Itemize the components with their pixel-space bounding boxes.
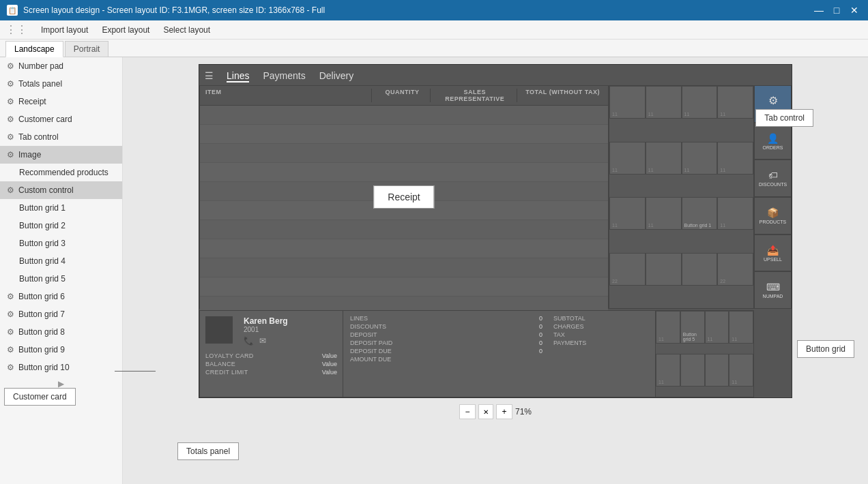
sidebar-item-button-grid-4[interactable]: Button grid 4 (0, 252, 122, 270)
maximize-button[interactable]: □ (830, 5, 843, 16)
close-button[interactable]: ✕ (848, 5, 861, 16)
sidebar-item-totals-panel[interactable]: ⚙ Totals panel (0, 75, 122, 93)
gear-icon: ⚙ (7, 185, 14, 195)
receipt-row (200, 258, 608, 277)
orders-button[interactable]: 👤 ORDERS (754, 123, 792, 160)
lines-label: LINES (350, 315, 528, 322)
sidebar-item-tab-control[interactable]: ⚙ Tab control (0, 128, 122, 146)
col-total: TOTAL (WITHOUT TAX) (517, 89, 603, 102)
export-layout-menu[interactable]: Export layout (102, 25, 149, 35)
callout-line-customer (123, 371, 156, 372)
customer-id: 2001 (244, 326, 288, 333)
gear-icon: ⚙ (7, 345, 14, 354)
grid-cell: 11 (682, 142, 718, 175)
window-title: Screen layout design - Screen layout ID:… (23, 5, 325, 15)
grid-cell: 11 (656, 311, 680, 344)
screen-canvas: ☰ Lines Payments Delivery ITEM QUANTITY … (199, 64, 792, 398)
deposit-label: DEPOSIT (350, 331, 528, 338)
grid-cell (646, 253, 682, 286)
zoom-in-button[interactable]: + (496, 404, 512, 419)
sidebar-item-custom-control[interactable]: ⚙ Custom control (0, 181, 122, 199)
left-panel: ⚙ Number pad ⚙ Totals panel ⚙ Receipt ⚙ … (0, 57, 123, 484)
sidebar-item-receipt[interactable]: ⚙ Receipt (0, 93, 122, 110)
email-icon: ✉ (259, 336, 266, 346)
receipt-area: ITEM QUANTITY SALES REPRESENTATIVE TOTAL… (199, 85, 609, 309)
zoom-out-button[interactable]: − (459, 404, 476, 419)
sidebar-item-button-grid-6[interactable]: ⚙ Button grid 6 (0, 288, 122, 305)
sidebar-item-button-grid-7[interactable]: ⚙ Button grid 7 (0, 305, 122, 323)
sidebar-item-button-grid-1[interactable]: Button grid 1 (0, 199, 122, 217)
receipt-header: ITEM QUANTITY SALES REPRESENTATIVE TOTAL… (200, 86, 608, 106)
receipt-row (200, 277, 608, 297)
sidebar-item-button-grid-8[interactable]: ⚙ Button grid 8 (0, 323, 122, 341)
customer-avatar (205, 316, 233, 344)
gear-icon: ⚙ (7, 61, 14, 71)
grid-cell: 11 (656, 354, 680, 387)
zoom-reset-button[interactable]: ✕ (478, 404, 493, 419)
discounts-value: 0 (539, 323, 542, 330)
deposit-due-label: DEPOSIT DUE (350, 348, 528, 354)
gear-icon: ⚙ (7, 79, 14, 89)
amount-due-label: AMOUNT DUE (350, 356, 528, 363)
gear-icon: ⚙ (7, 363, 14, 372)
sidebar-item-button-grid-9[interactable]: ⚙ Button grid 9 (0, 341, 122, 359)
grid-cell: 11 (609, 142, 646, 175)
grid-cell-button-grid-5: Button grid 5 (680, 311, 705, 344)
grid-cell: 11 (717, 142, 753, 175)
customer-card-section: Karen Berg 2001 📞 ✉ LOYALTY CARD Value (200, 311, 343, 397)
gear-icon: ⚙ (7, 115, 14, 124)
window-controls[interactable]: — □ ✕ (812, 5, 861, 16)
sidebar-item-image[interactable]: ⚙ Image (0, 146, 122, 164)
title-bar: 📋 Screen layout design - Screen layout I… (0, 0, 868, 20)
deposit-paid-label: DEPOSIT PAID (350, 339, 528, 346)
app-icon: 📋 (7, 5, 18, 16)
canvas-tab-delivery[interactable]: Delivery (319, 70, 354, 82)
portrait-tab[interactable]: Portrait (65, 41, 109, 57)
customer-name: Karen Berg (244, 316, 288, 326)
grid-cell: 11 (682, 86, 718, 119)
gear-icon: ⚙ (7, 327, 14, 337)
deposit-value: 0 (539, 331, 542, 338)
zoom-bar: − ✕ + 71% (459, 402, 532, 421)
sidebar-item-button-grid-2[interactable]: Button grid 2 (0, 217, 122, 235)
loyalty-card-row: LOYALTY CARD Value (205, 352, 337, 359)
bottom-button-grid: 11 Button grid 5 11 11 11 11 (655, 310, 754, 397)
phone-icon: 📞 (244, 336, 254, 346)
receipt-row (200, 163, 608, 182)
numpad-button[interactable]: ⌨ NUMPAD (754, 271, 792, 309)
col-item: ITEM (205, 89, 371, 102)
customer-contact-icons: 📞 ✉ (244, 336, 288, 346)
grid-cell: 11 (646, 142, 682, 175)
sidebar-item-customer-card[interactable]: ⚙ Customer card (0, 110, 122, 128)
discounts-label: DISCOUNTS (350, 323, 528, 330)
canvas-tab-payments[interactable]: Payments (263, 70, 305, 82)
canvas-tab-lines[interactable]: Lines (227, 70, 249, 82)
menu-bar: ⋮⋮ Import layout Export layout Select la… (0, 20, 868, 40)
sidebar-item-number-pad[interactable]: ⚙ Number pad (0, 57, 122, 75)
sidebar-item-button-grid-10[interactable]: ⚙ Button grid 10 (0, 359, 122, 376)
gear-icon: ⚙ (7, 97, 14, 106)
main-content: ⚙ Number pad ⚙ Totals panel ⚙ Receipt ⚙ … (0, 57, 868, 484)
orientation-tab-bar: Landscape Portrait (0, 40, 868, 57)
sidebar-item-button-grid-5[interactable]: Button grid 5 (0, 270, 122, 288)
receipt-rows (200, 106, 608, 335)
credit-limit-row: CREDIT LIMIT Value (205, 369, 337, 376)
minimize-button[interactable]: — (812, 5, 826, 16)
discounts-button[interactable]: 🏷 DISCOUNTS (754, 160, 792, 197)
grid-cell: 22 (609, 253, 646, 286)
menu-drag-handle: ⋮⋮ (5, 23, 27, 36)
upsell-button[interactable]: 📤 UPSELL (754, 235, 792, 272)
sidebar-item-button-grid-3[interactable]: Button grid 3 (0, 235, 122, 252)
grid-cell: 11 (609, 197, 646, 230)
grid-cell (705, 354, 729, 387)
receipt-row (200, 125, 608, 144)
products-button[interactable]: 📦 PRODUCTS (754, 197, 792, 235)
receipt-row (200, 106, 608, 125)
grid-cell: 11 (609, 86, 646, 119)
import-layout-menu[interactable]: Import layout (41, 25, 88, 35)
sidebar-item-recommended-products[interactable]: Recommended products (0, 164, 122, 181)
landscape-tab[interactable]: Landscape (5, 41, 63, 57)
gear-icon: ⚙ (7, 309, 14, 319)
select-layout-menu[interactable]: Select layout (163, 25, 210, 35)
grid-cell: 11 (646, 197, 682, 230)
